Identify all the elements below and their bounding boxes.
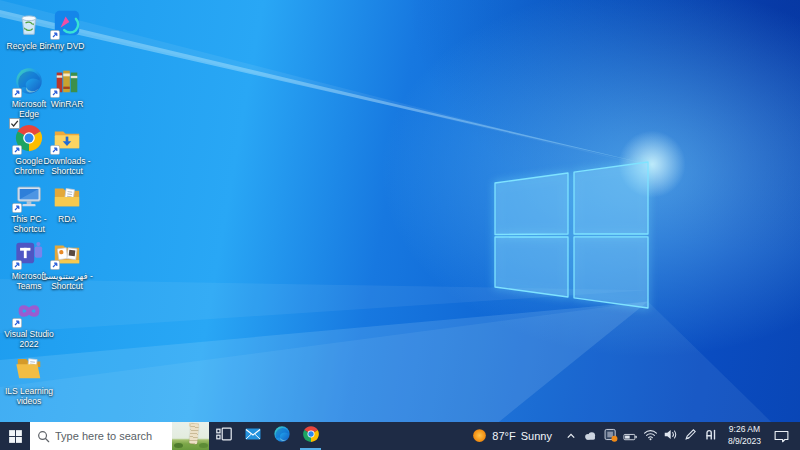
tray-ime[interactable] [701, 422, 721, 450]
desktop-icon-rda[interactable]: RDA [45, 181, 89, 224]
edge-icon [273, 425, 291, 447]
wallpaper-light-ray [0, 0, 800, 450]
wallpaper-light-ray [0, 0, 800, 450]
app-notification-icon [603, 427, 618, 446]
wifi-icon [643, 427, 658, 445]
desktop-icon-visual-studio-2022[interactable]: Visual Studio 2022 [7, 296, 51, 349]
shortcut-arrow-icon [50, 30, 60, 40]
taskbar-app-chrome[interactable] [296, 422, 325, 450]
clock-time: 9:26 AM [728, 424, 761, 436]
search-icon [37, 430, 50, 443]
shortcut-arrow-icon [12, 145, 22, 155]
desktop-icon-any-dvd[interactable]: Any DVD [45, 8, 89, 51]
shortcut-arrow-icon [12, 318, 22, 328]
taskbar-app-mail[interactable] [238, 422, 267, 450]
battery-icon [623, 427, 638, 445]
shortcut-arrow-icon [50, 145, 60, 155]
folder-doc-icon [52, 181, 82, 211]
wallpaper-glow [0, 0, 800, 450]
visual-studio-icon [14, 296, 44, 326]
wallpaper-light-floor [0, 0, 800, 450]
shortcut-arrow-icon [50, 260, 60, 270]
wallpaper-light-ray [0, 0, 800, 450]
tray-app-notification[interactable] [601, 422, 621, 450]
windows-logo [494, 160, 650, 310]
sun-icon [472, 428, 487, 445]
desktop-icon-label: RDA [41, 214, 93, 224]
desktop-icon-label: WinRAR [41, 99, 93, 109]
weather-condition: Sunny [521, 430, 552, 442]
taskbar-app-task-view[interactable] [209, 422, 238, 450]
wallpaper-glow [0, 0, 800, 450]
chrome-icon [302, 425, 320, 447]
desktop: Recycle Bin Any DVD Microsoft Edge WinRA… [0, 0, 800, 450]
desktop-icon-label: Any DVD [41, 41, 93, 51]
wallpaper-light-floor [0, 0, 800, 450]
search-daily-art-pisa-tower [172, 422, 209, 450]
taskbar-search[interactable] [30, 422, 209, 450]
ime-icon [703, 427, 718, 446]
desktop-icon-fehrestnevisi-shortcut[interactable]: فهرستنویسی - Shortcut [45, 238, 89, 291]
taskbar: 87°F Sunny 9:26 AM 8/9/2023 [0, 422, 800, 450]
desktop-icon-label: Visual Studio 2022 [3, 329, 55, 349]
desktop-icon-downloads-shortcut[interactable]: Downloads - Shortcut [45, 123, 89, 176]
folder-photos-icon [52, 238, 82, 268]
teams-icon [14, 238, 44, 268]
folder-download-icon [52, 123, 82, 153]
taskbar-app-edge[interactable] [267, 422, 296, 450]
selected-checkbox[interactable] [9, 118, 20, 129]
task-view-icon [215, 425, 233, 447]
action-center-button[interactable] [768, 429, 794, 444]
tray-wifi[interactable] [641, 422, 661, 450]
mail-icon [244, 425, 262, 447]
edge-icon [14, 66, 44, 96]
shortcut-arrow-icon [12, 203, 22, 213]
pinned-apps [209, 422, 325, 450]
winrar-icon [52, 66, 82, 96]
shortcut-arrow-icon [50, 88, 60, 98]
pen-icon [683, 427, 698, 446]
desktop-icon-label: Downloads - Shortcut [41, 156, 93, 176]
desktop-icon-winrar[interactable]: WinRAR [45, 66, 89, 109]
tray-volume[interactable] [661, 422, 681, 450]
desktop-icon-ils-learning-videos[interactable]: ILS Learning videos [7, 353, 51, 406]
volume-icon [663, 427, 678, 445]
shortcut-arrow-icon [12, 88, 22, 98]
anydvd-icon [52, 8, 82, 38]
system-tray: 87°F Sunny 9:26 AM 8/9/2023 [463, 422, 800, 450]
hidden-icons-chevron[interactable] [561, 422, 581, 450]
desktop-icon-label: ILS Learning videos [3, 386, 55, 406]
clock-date: 8/9/2023 [728, 436, 761, 448]
tray-pen[interactable] [681, 422, 701, 450]
folder-open-icon [14, 353, 44, 383]
recycle-bin-icon [14, 8, 44, 38]
weather-widget[interactable]: 87°F Sunny [463, 428, 561, 445]
desktop-icon-label: فهرستنویسی - Shortcut [41, 271, 93, 291]
tray-icons [581, 422, 721, 450]
onedrive-icon [583, 427, 598, 445]
start-button[interactable] [0, 422, 30, 450]
weather-temperature: 87°F [492, 430, 515, 442]
tray-onedrive[interactable] [581, 422, 601, 450]
this-pc-icon [14, 181, 44, 211]
chrome-icon [14, 123, 44, 153]
tray-battery[interactable] [621, 422, 641, 450]
shortcut-arrow-icon [12, 260, 22, 270]
wallpaper [0, 0, 800, 450]
search-input[interactable] [55, 430, 155, 442]
clock[interactable]: 9:26 AM 8/9/2023 [721, 424, 768, 448]
wallpaper-shade [0, 0, 800, 450]
